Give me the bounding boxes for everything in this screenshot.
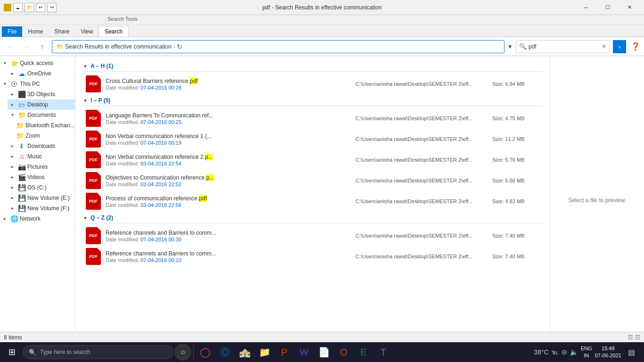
file-name: Process of communication reference.pdf	[106, 195, 351, 202]
back-button[interactable]: ←	[4, 40, 17, 53]
file-name: Objectives to Communication reference.p.…	[106, 174, 351, 181]
file-path: C:\Users\anisha rawat\Desktop\SEMESTER 2…	[355, 233, 487, 239]
file-info: Cross Cultural Barriers reference.pdf Da…	[106, 78, 351, 90]
sidebar-item-desktop[interactable]: ► 🗁 Desktop	[8, 99, 75, 110]
tray-icon-volume[interactable]: 🔈	[570, 348, 578, 356]
file-item[interactable]: PDF Language Barriers To Communication r…	[83, 108, 542, 129]
section-header-i_p[interactable]: ▼I – P (5)	[83, 94, 542, 106]
section-toggle-a_h[interactable]: ▼	[83, 64, 88, 69]
tray-icon-weather[interactable]: 38°C	[534, 348, 549, 356]
sidebar: ▼ ⭐ Quick access ► ☁ OneDrive ▼ 🖸 This P…	[0, 56, 75, 345]
search-go-button[interactable]: ›	[613, 40, 626, 53]
section-header-a_h[interactable]: ▼A – H (1)	[83, 60, 542, 72]
taskbar-app-chrome[interactable]: ◯	[196, 343, 215, 362]
sidebar-item-zoom[interactable]: 📁 Zoom	[13, 131, 75, 141]
sidebar-label-pictures: Pictures	[27, 164, 48, 170]
sidebar-item-quick-access[interactable]: ▼ ⭐ Quick access	[0, 58, 75, 68]
sidebar-item-onedrive[interactable]: ► ☁ OneDrive	[8, 68, 75, 79]
documents-icon: 📁	[18, 111, 25, 119]
window-title: pdf - Search Results in effective commun…	[262, 4, 381, 11]
taskbar-app-edge[interactable]: Ⓒ	[215, 343, 234, 362]
taskbar-app-excel[interactable]: E	[354, 343, 373, 362]
notification-center-button[interactable]: ▤	[624, 343, 638, 362]
cortana-button[interactable]: ○	[174, 344, 191, 361]
address-box[interactable]: 📁 Search Results in effective communicat…	[52, 40, 504, 53]
minimize-button[interactable]: ─	[575, 0, 597, 15]
sidebar-item-pictures[interactable]: ► 📷 Pictures	[8, 162, 75, 172]
help-icon[interactable]: ❓	[631, 42, 640, 51]
tab-share[interactable]: Share	[49, 26, 75, 37]
maximize-button[interactable]: ☐	[597, 0, 619, 15]
taskbar-app-pdf[interactable]: 📄	[314, 343, 333, 362]
taskbar-app-store[interactable]: 🏤	[235, 343, 254, 362]
search-input[interactable]	[528, 43, 600, 50]
title-bar-left: 🗕 📁 ↩ ↪	[4, 3, 57, 12]
sidebar-label-this-pc: This PC	[20, 81, 40, 87]
start-icon: ⊞	[8, 347, 16, 357]
file-date: Date modified: 07-04-2016 00:28	[106, 85, 351, 90]
search-box[interactable]: 🔍 ✕	[516, 40, 610, 53]
sidebar-item-os-c[interactable]: ► 💾 OS (C:)	[8, 182, 75, 193]
pictures-icon: 📷	[18, 163, 25, 171]
taskbar-search-box[interactable]: 🔍 Type here to search	[23, 345, 173, 359]
os-c-icon: 💾	[18, 184, 25, 191]
tray-icon-network[interactable]: ⊝	[561, 348, 567, 356]
taskbar-app-office[interactable]: O	[334, 343, 353, 362]
file-item[interactable]: PDF Process of communication reference.p…	[83, 191, 542, 212]
sidebar-item-videos[interactable]: ► 🎬 Videos	[8, 172, 75, 182]
sidebar-item-network[interactable]: ► 🌐 Network	[0, 214, 75, 224]
file-item[interactable]: PDF Non Verbal communication reference 2…	[83, 149, 542, 170]
bluetooth-icon: 📁	[16, 122, 24, 129]
file-item[interactable]: PDF Non Verbal communication reference 1…	[83, 129, 542, 149]
taskbar-language: ENG IN	[581, 345, 592, 360]
sidebar-item-downloads[interactable]: ► ⬇ Downloads	[8, 141, 75, 151]
file-item[interactable]: PDF Reference channels and Barriers to c…	[83, 225, 542, 246]
sidebar-item-music[interactable]: ► ♫ Music	[8, 151, 75, 162]
section-toggle-i_p[interactable]: ▼	[83, 98, 88, 103]
pdf-icon: PDF	[86, 172, 101, 189]
up-button[interactable]: ↑	[36, 40, 49, 53]
tray-icon-bluetooth[interactable]: ℡	[552, 348, 559, 356]
file-item[interactable]: PDF Objectives to Communication referenc…	[83, 170, 542, 191]
sidebar-item-3d-objects[interactable]: ► ⬛ 3D Objects	[8, 89, 75, 99]
close-button[interactable]: ✕	[619, 0, 640, 15]
sidebar-item-new-volume-e[interactable]: ► 💾 New Volume (E:)	[8, 193, 75, 203]
tab-search[interactable]: Search	[99, 26, 129, 37]
address-expand-btn[interactable]: ▼	[507, 43, 513, 50]
file-item[interactable]: PDF Reference channels and Barriers to c…	[83, 246, 542, 267]
section-toggle-q_z[interactable]: ▼	[83, 215, 88, 221]
sidebar-label-desktop: Desktop	[27, 101, 48, 108]
forward-button[interactable]: →	[20, 40, 33, 53]
tab-view[interactable]: View	[75, 26, 99, 37]
taskbar-app-powerpoint[interactable]: P	[275, 343, 294, 362]
sidebar-item-new-volume-f[interactable]: ► 💾 New Volume (F:)	[8, 203, 75, 214]
search-clear-icon[interactable]: ✕	[602, 43, 607, 50]
quick-access-btn[interactable]: 📁	[25, 3, 34, 12]
view-large-btn[interactable]: ☷	[635, 334, 640, 341]
section-header-q_z[interactable]: ▼Q – Z (2)	[83, 212, 542, 223]
taskbar-search-icon: 🔍	[29, 349, 36, 356]
sidebar-item-this-pc[interactable]: ▼ 🖸 This PC	[0, 79, 75, 89]
taskbar-app-teams[interactable]: T	[374, 343, 393, 362]
start-button[interactable]: ⊞	[2, 343, 22, 362]
sidebar-item-bluetooth[interactable]: 📁 Bluetooth Exchan...	[13, 120, 75, 131]
ribbon-tabs: File Home Share View Search	[0, 25, 644, 37]
file-name: Cross Cultural Barriers reference.pdf	[106, 78, 351, 84]
minimize-restore-btn[interactable]: 🗕	[13, 3, 23, 12]
taskbar-app-files[interactable]: 📁	[255, 343, 274, 362]
taskbar-app-word[interactable]: W	[295, 343, 314, 362]
file-info: Non Verbal communication reference 2.p..…	[106, 154, 351, 166]
undo-btn[interactable]: ↩	[36, 3, 45, 12]
tab-home[interactable]: Home	[22, 26, 49, 37]
address-refresh[interactable]: ↻	[177, 43, 182, 50]
sidebar-item-documents[interactable]: ▼ 📁 Documents	[8, 110, 75, 120]
view-details-btn[interactable]: ☷	[628, 334, 633, 341]
network-icon: 🌐	[10, 215, 18, 222]
downloads-icon: ⬇	[18, 142, 25, 150]
file-item[interactable]: PDF Cross Cultural Barriers reference.pd…	[83, 74, 542, 94]
preview-text: Select a file to preview.	[568, 197, 626, 204]
this-pc-icon: 🖸	[10, 80, 18, 88]
redo-btn[interactable]: ↪	[47, 3, 57, 12]
tab-file[interactable]: File	[2, 26, 22, 37]
clock-date: 07-06-2021	[595, 352, 621, 359]
